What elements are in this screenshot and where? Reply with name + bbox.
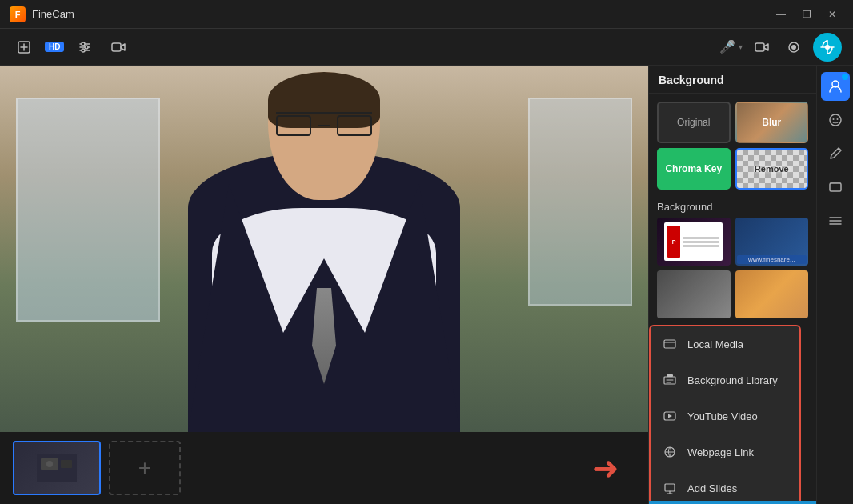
dropdown-area: Local Media Background Library YouTube V…	[649, 325, 816, 501]
svg-rect-18	[667, 374, 673, 377]
bg-thumbs-grid: P www.fineshare...	[649, 218, 816, 325]
sidebar-brush-button[interactable]	[821, 139, 850, 168]
virtual-cam-button[interactable]	[106, 34, 131, 60]
thumbnail-bar: + ➜	[0, 432, 648, 504]
background-panel-title: Background	[649, 66, 816, 94]
ppt-slide: P	[664, 222, 723, 261]
toolbar: HD 🎤 ▾	[0, 29, 853, 66]
add-camera-icon: +	[138, 455, 151, 481]
add-slides-item[interactable]: Add Slides	[651, 470, 799, 501]
title-bar: F FineCam — ❐ ✕	[0, 0, 853, 29]
glass-left	[276, 115, 311, 136]
sidebar-layers-button[interactable]	[821, 173, 850, 202]
svg-point-10	[791, 45, 796, 50]
bg-thumb-4[interactable]	[735, 270, 809, 318]
svg-point-14	[46, 461, 53, 467]
dropdown-arrow-indicator: ➜	[592, 450, 619, 486]
svg-point-6	[82, 49, 85, 52]
glass-right	[337, 115, 372, 136]
svg-point-26	[836, 118, 838, 120]
svg-rect-15	[61, 460, 72, 468]
webpage-link-icon	[662, 444, 678, 460]
youtube-video-icon	[662, 408, 678, 424]
title-bar-controls: — ❐ ✕	[770, 6, 843, 22]
svg-rect-7	[112, 43, 121, 51]
video-area: + ➜	[0, 66, 648, 504]
youtube-video-label: YouTube Video	[687, 410, 758, 422]
mic-icon: 🎤	[719, 39, 735, 54]
chroma-key-option[interactable]: Chroma Key	[657, 148, 731, 190]
app-title: FineCam	[32, 8, 74, 20]
svg-rect-28	[830, 182, 841, 183]
settings-button[interactable]	[72, 34, 98, 60]
thumbnail-1-preview	[14, 442, 99, 494]
camera-button[interactable]	[749, 34, 775, 60]
app-icon: F	[10, 6, 26, 22]
ppt-line-2	[683, 241, 719, 243]
bg-options-grid: Original Blur Chroma Key	[649, 94, 816, 198]
ppt-line-1	[683, 237, 719, 239]
minimize-button[interactable]: —	[770, 6, 792, 22]
hd-badge: HD	[45, 42, 64, 52]
background-panel: Background Original Blur Chroma Key Back…	[648, 66, 816, 504]
person-glasses	[276, 112, 372, 136]
svg-rect-27	[830, 183, 841, 191]
bg-thumb-3[interactable]	[657, 270, 731, 318]
add-slides-icon	[662, 480, 678, 496]
svg-rect-22	[665, 484, 675, 491]
background-library-item[interactable]: Background Library	[651, 362, 799, 398]
svg-marker-20	[668, 414, 672, 418]
svg-rect-16	[664, 340, 675, 348]
bg-thumb-1[interactable]: P	[657, 218, 731, 266]
original-option[interactable]: Original	[657, 102, 731, 143]
notification-dot	[842, 74, 848, 80]
svg-rect-8	[755, 43, 764, 51]
add-slides-label: Add Slides	[687, 482, 737, 494]
close-button[interactable]: ✕	[821, 6, 843, 22]
thumbnail-1[interactable]	[13, 441, 101, 495]
sidebar-settings-button[interactable]	[821, 206, 850, 235]
local-media-icon	[662, 336, 678, 352]
live-button[interactable]	[813, 33, 842, 62]
ppt-lines	[683, 237, 719, 247]
bg-thumb-2[interactable]: www.fineshare...	[735, 218, 809, 266]
ppt-line-3	[683, 245, 719, 247]
mic-button[interactable]: 🎤 ▾	[719, 39, 743, 54]
background-library-label: Background Library	[687, 374, 778, 386]
person-face	[276, 112, 372, 136]
video-background	[0, 66, 648, 432]
panel-wrapper: Background Original Blur Chroma Key Back…	[648, 66, 853, 504]
sidebar-person-button[interactable]	[821, 72, 850, 101]
svg-point-5	[85, 46, 88, 49]
toolbar-left: HD	[11, 34, 715, 60]
right-sidebar	[816, 66, 853, 504]
export-button[interactable]	[11, 34, 37, 60]
video-preview	[0, 66, 648, 432]
background-library-icon	[662, 372, 678, 388]
remove-option[interactable]	[735, 148, 809, 190]
glass-bridge	[318, 125, 330, 126]
add-background-dropdown: Local Media Background Library YouTube V…	[649, 325, 801, 501]
sidebar-faceid-button[interactable]	[821, 106, 850, 134]
arrow-container: ➜	[189, 450, 635, 486]
svg-point-11	[825, 45, 830, 50]
local-media-label: Local Media	[687, 338, 743, 350]
title-bar-left: F FineCam	[10, 6, 74, 22]
svg-point-4	[82, 42, 85, 46]
webpage-link-label: Webpage Link	[687, 446, 754, 458]
bg-section-title: Background	[649, 198, 816, 218]
maximize-button[interactable]: ❐	[795, 6, 818, 22]
webpage-link-item[interactable]: Webpage Link	[651, 434, 799, 470]
ppt-icon: P	[667, 226, 680, 258]
mic-dropdown-arrow: ▾	[739, 42, 743, 51]
svg-point-24	[830, 114, 841, 126]
add-background-button[interactable]: + Add Background	[649, 501, 816, 504]
svg-point-25	[832, 118, 834, 120]
local-media-item[interactable]: Local Media	[651, 326, 799, 362]
record-button[interactable]	[781, 34, 807, 60]
blur-option[interactable]: Blur	[735, 102, 809, 143]
youtube-video-item[interactable]: YouTube Video	[651, 398, 799, 434]
fineshare-badge: www.fineshare...	[737, 255, 807, 264]
main-area: + ➜ Background Original Blur Chroma Key	[0, 66, 853, 504]
add-camera-button[interactable]: +	[109, 441, 181, 495]
